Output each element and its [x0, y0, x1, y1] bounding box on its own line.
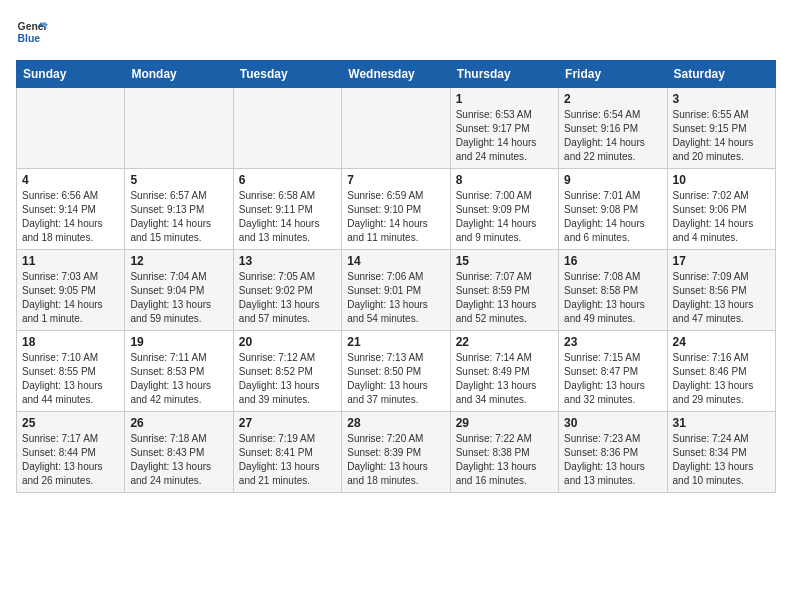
day-info: Sunrise: 6:56 AM Sunset: 9:14 PM Dayligh… — [22, 189, 119, 245]
day-info: Sunrise: 7:16 AM Sunset: 8:46 PM Dayligh… — [673, 351, 770, 407]
day-cell: 26Sunrise: 7:18 AM Sunset: 8:43 PM Dayli… — [125, 412, 233, 493]
day-number: 26 — [130, 416, 227, 430]
day-cell: 10Sunrise: 7:02 AM Sunset: 9:06 PM Dayli… — [667, 169, 775, 250]
day-number: 15 — [456, 254, 553, 268]
day-cell: 20Sunrise: 7:12 AM Sunset: 8:52 PM Dayli… — [233, 331, 341, 412]
day-info: Sunrise: 7:06 AM Sunset: 9:01 PM Dayligh… — [347, 270, 444, 326]
day-cell — [233, 88, 341, 169]
day-number: 7 — [347, 173, 444, 187]
day-number: 2 — [564, 92, 661, 106]
day-number: 3 — [673, 92, 770, 106]
day-cell: 22Sunrise: 7:14 AM Sunset: 8:49 PM Dayli… — [450, 331, 558, 412]
day-info: Sunrise: 6:53 AM Sunset: 9:17 PM Dayligh… — [456, 108, 553, 164]
day-info: Sunrise: 7:04 AM Sunset: 9:04 PM Dayligh… — [130, 270, 227, 326]
day-cell: 15Sunrise: 7:07 AM Sunset: 8:59 PM Dayli… — [450, 250, 558, 331]
column-header-wednesday: Wednesday — [342, 61, 450, 88]
day-number: 19 — [130, 335, 227, 349]
day-cell: 13Sunrise: 7:05 AM Sunset: 9:02 PM Dayli… — [233, 250, 341, 331]
day-cell: 23Sunrise: 7:15 AM Sunset: 8:47 PM Dayli… — [559, 331, 667, 412]
column-header-thursday: Thursday — [450, 61, 558, 88]
logo: General Blue — [16, 16, 48, 48]
day-number: 10 — [673, 173, 770, 187]
day-cell: 5Sunrise: 6:57 AM Sunset: 9:13 PM Daylig… — [125, 169, 233, 250]
week-row-4: 18Sunrise: 7:10 AM Sunset: 8:55 PM Dayli… — [17, 331, 776, 412]
day-number: 28 — [347, 416, 444, 430]
day-cell: 25Sunrise: 7:17 AM Sunset: 8:44 PM Dayli… — [17, 412, 125, 493]
day-info: Sunrise: 7:03 AM Sunset: 9:05 PM Dayligh… — [22, 270, 119, 326]
day-number: 29 — [456, 416, 553, 430]
logo-icon: General Blue — [16, 16, 48, 48]
day-number: 8 — [456, 173, 553, 187]
day-cell: 21Sunrise: 7:13 AM Sunset: 8:50 PM Dayli… — [342, 331, 450, 412]
day-number: 22 — [456, 335, 553, 349]
day-cell: 17Sunrise: 7:09 AM Sunset: 8:56 PM Dayli… — [667, 250, 775, 331]
day-cell — [342, 88, 450, 169]
day-number: 25 — [22, 416, 119, 430]
day-cell: 6Sunrise: 6:58 AM Sunset: 9:11 PM Daylig… — [233, 169, 341, 250]
calendar-table: SundayMondayTuesdayWednesdayThursdayFrid… — [16, 60, 776, 493]
day-cell: 8Sunrise: 7:00 AM Sunset: 9:09 PM Daylig… — [450, 169, 558, 250]
day-number: 27 — [239, 416, 336, 430]
day-cell: 4Sunrise: 6:56 AM Sunset: 9:14 PM Daylig… — [17, 169, 125, 250]
week-row-1: 1Sunrise: 6:53 AM Sunset: 9:17 PM Daylig… — [17, 88, 776, 169]
header-row: SundayMondayTuesdayWednesdayThursdayFrid… — [17, 61, 776, 88]
day-cell: 3Sunrise: 6:55 AM Sunset: 9:15 PM Daylig… — [667, 88, 775, 169]
day-number: 17 — [673, 254, 770, 268]
day-number: 1 — [456, 92, 553, 106]
day-number: 18 — [22, 335, 119, 349]
day-cell: 31Sunrise: 7:24 AM Sunset: 8:34 PM Dayli… — [667, 412, 775, 493]
day-number: 24 — [673, 335, 770, 349]
column-header-sunday: Sunday — [17, 61, 125, 88]
week-row-3: 11Sunrise: 7:03 AM Sunset: 9:05 PM Dayli… — [17, 250, 776, 331]
week-row-5: 25Sunrise: 7:17 AM Sunset: 8:44 PM Dayli… — [17, 412, 776, 493]
day-number: 5 — [130, 173, 227, 187]
svg-text:Blue: Blue — [18, 33, 41, 44]
day-info: Sunrise: 7:07 AM Sunset: 8:59 PM Dayligh… — [456, 270, 553, 326]
day-cell — [17, 88, 125, 169]
day-info: Sunrise: 7:12 AM Sunset: 8:52 PM Dayligh… — [239, 351, 336, 407]
day-cell: 14Sunrise: 7:06 AM Sunset: 9:01 PM Dayli… — [342, 250, 450, 331]
day-cell: 16Sunrise: 7:08 AM Sunset: 8:58 PM Dayli… — [559, 250, 667, 331]
day-number: 30 — [564, 416, 661, 430]
day-number: 11 — [22, 254, 119, 268]
day-info: Sunrise: 7:17 AM Sunset: 8:44 PM Dayligh… — [22, 432, 119, 488]
day-cell: 2Sunrise: 6:54 AM Sunset: 9:16 PM Daylig… — [559, 88, 667, 169]
day-info: Sunrise: 7:14 AM Sunset: 8:49 PM Dayligh… — [456, 351, 553, 407]
day-cell: 24Sunrise: 7:16 AM Sunset: 8:46 PM Dayli… — [667, 331, 775, 412]
day-info: Sunrise: 7:05 AM Sunset: 9:02 PM Dayligh… — [239, 270, 336, 326]
day-cell — [125, 88, 233, 169]
day-cell: 12Sunrise: 7:04 AM Sunset: 9:04 PM Dayli… — [125, 250, 233, 331]
day-info: Sunrise: 7:22 AM Sunset: 8:38 PM Dayligh… — [456, 432, 553, 488]
day-info: Sunrise: 7:08 AM Sunset: 8:58 PM Dayligh… — [564, 270, 661, 326]
day-number: 31 — [673, 416, 770, 430]
day-info: Sunrise: 7:00 AM Sunset: 9:09 PM Dayligh… — [456, 189, 553, 245]
day-info: Sunrise: 7:01 AM Sunset: 9:08 PM Dayligh… — [564, 189, 661, 245]
day-number: 21 — [347, 335, 444, 349]
day-number: 12 — [130, 254, 227, 268]
day-info: Sunrise: 7:20 AM Sunset: 8:39 PM Dayligh… — [347, 432, 444, 488]
day-number: 9 — [564, 173, 661, 187]
day-info: Sunrise: 6:58 AM Sunset: 9:11 PM Dayligh… — [239, 189, 336, 245]
column-header-saturday: Saturday — [667, 61, 775, 88]
page-header: General Blue — [16, 16, 776, 48]
day-cell: 28Sunrise: 7:20 AM Sunset: 8:39 PM Dayli… — [342, 412, 450, 493]
week-row-2: 4Sunrise: 6:56 AM Sunset: 9:14 PM Daylig… — [17, 169, 776, 250]
day-info: Sunrise: 6:59 AM Sunset: 9:10 PM Dayligh… — [347, 189, 444, 245]
day-info: Sunrise: 7:18 AM Sunset: 8:43 PM Dayligh… — [130, 432, 227, 488]
day-cell: 9Sunrise: 7:01 AM Sunset: 9:08 PM Daylig… — [559, 169, 667, 250]
column-header-tuesday: Tuesday — [233, 61, 341, 88]
day-info: Sunrise: 7:09 AM Sunset: 8:56 PM Dayligh… — [673, 270, 770, 326]
day-cell: 29Sunrise: 7:22 AM Sunset: 8:38 PM Dayli… — [450, 412, 558, 493]
day-info: Sunrise: 7:02 AM Sunset: 9:06 PM Dayligh… — [673, 189, 770, 245]
day-number: 13 — [239, 254, 336, 268]
day-info: Sunrise: 7:10 AM Sunset: 8:55 PM Dayligh… — [22, 351, 119, 407]
day-info: Sunrise: 6:54 AM Sunset: 9:16 PM Dayligh… — [564, 108, 661, 164]
day-number: 6 — [239, 173, 336, 187]
day-cell: 7Sunrise: 6:59 AM Sunset: 9:10 PM Daylig… — [342, 169, 450, 250]
day-info: Sunrise: 7:15 AM Sunset: 8:47 PM Dayligh… — [564, 351, 661, 407]
day-info: Sunrise: 7:13 AM Sunset: 8:50 PM Dayligh… — [347, 351, 444, 407]
day-info: Sunrise: 7:11 AM Sunset: 8:53 PM Dayligh… — [130, 351, 227, 407]
day-cell: 19Sunrise: 7:11 AM Sunset: 8:53 PM Dayli… — [125, 331, 233, 412]
day-number: 23 — [564, 335, 661, 349]
day-info: Sunrise: 6:55 AM Sunset: 9:15 PM Dayligh… — [673, 108, 770, 164]
